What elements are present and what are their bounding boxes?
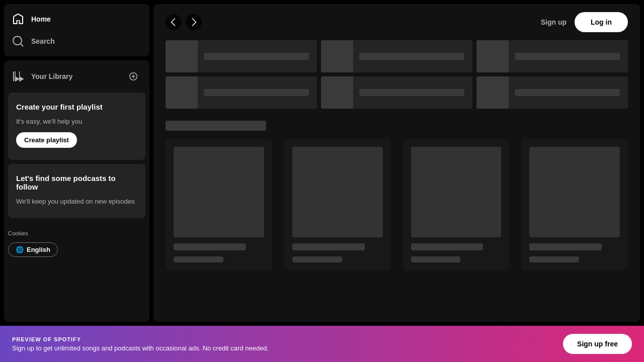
list-item[interactable] xyxy=(321,40,472,72)
create-playlist-button[interactable]: Create playlist xyxy=(16,132,77,148)
library-section: Your Library Create your first playlist … xyxy=(4,60,149,322)
language-button[interactable]: 🌐 English xyxy=(8,242,58,257)
globe-icon: 🌐 xyxy=(16,246,24,253)
quick-pick-thumbnail xyxy=(476,40,509,72)
sidebar: Home Search Y xyxy=(0,0,153,326)
back-button[interactable] xyxy=(166,14,182,30)
home-icon xyxy=(12,13,24,25)
library-title[interactable]: Your Library xyxy=(12,70,72,82)
card-image xyxy=(292,147,383,237)
card-item[interactable] xyxy=(166,139,272,270)
card-title-skeleton xyxy=(292,243,365,250)
card-sub-skeleton xyxy=(174,256,223,262)
banner-description: Sign up to get unlimited songs and podca… xyxy=(12,344,269,352)
promo-cards: Create your first playlist It's easy, we… xyxy=(4,93,149,222)
quick-pick-title-skeleton xyxy=(515,89,620,96)
banner-text: PREVIEW OF SPOTIFY Sign up to get unlimi… xyxy=(12,336,269,352)
quick-pick-title-skeleton xyxy=(515,53,620,60)
card-image xyxy=(529,147,620,237)
cards-grid xyxy=(166,139,628,270)
create-playlist-desc: It's easy, we'll help you xyxy=(16,117,137,126)
quick-pick-thumbnail xyxy=(321,76,353,109)
list-item[interactable] xyxy=(166,76,317,109)
list-item[interactable] xyxy=(321,76,472,109)
card-item[interactable] xyxy=(284,139,391,270)
find-podcasts-title: Let's find some podcasts to follow xyxy=(16,174,137,191)
library-label: Your Library xyxy=(31,72,72,80)
add-library-button[interactable] xyxy=(125,68,141,84)
search-icon xyxy=(12,35,24,47)
signup-button[interactable]: Sign up xyxy=(541,18,567,26)
section-heading-skeleton xyxy=(166,121,266,131)
create-playlist-title: Create your first playlist xyxy=(16,103,137,111)
create-playlist-card: Create your first playlist It's easy, we… xyxy=(8,93,145,160)
quick-pick-title-skeleton xyxy=(359,89,464,96)
card-image xyxy=(174,147,264,237)
list-item[interactable] xyxy=(476,40,628,72)
list-item[interactable] xyxy=(166,40,317,72)
card-title-skeleton xyxy=(529,243,602,250)
search-label: Search xyxy=(31,37,55,45)
quick-pick-thumbnail xyxy=(166,40,198,72)
top-bar: Sign up Log in xyxy=(153,4,640,40)
card-item[interactable] xyxy=(403,139,510,270)
card-image xyxy=(411,147,502,237)
forward-button[interactable] xyxy=(186,14,202,30)
card-title-skeleton xyxy=(411,243,484,250)
nav-controls xyxy=(166,12,212,32)
quick-pick-thumbnail xyxy=(476,76,509,109)
sidebar-nav: Home Search xyxy=(4,4,149,56)
quick-pick-title-skeleton xyxy=(359,53,464,60)
sidebar-item-search[interactable]: Search xyxy=(4,30,149,52)
card-title-skeleton xyxy=(174,243,246,250)
quick-pick-thumbnail xyxy=(166,76,198,109)
card-sub-skeleton xyxy=(411,256,461,262)
find-podcasts-desc: We'll keep you updated on new episodes xyxy=(16,197,137,206)
content-area[interactable] xyxy=(153,40,640,322)
banner-cta-button[interactable]: Sign up free xyxy=(563,334,632,354)
cookies-link[interactable]: Cookies xyxy=(8,230,145,236)
auth-buttons: Sign up Log in xyxy=(541,12,628,32)
card-sub-skeleton xyxy=(529,256,579,262)
card-item[interactable] xyxy=(521,139,628,270)
banner-preview-label: PREVIEW OF SPOTIFY xyxy=(12,336,269,342)
language-label: English xyxy=(27,246,50,253)
quick-pick-title-skeleton xyxy=(204,89,309,96)
main-content: Sign up Log in xyxy=(153,4,640,322)
library-icon xyxy=(12,70,24,82)
quick-pick-title-skeleton xyxy=(204,53,309,60)
login-button[interactable]: Log in xyxy=(575,12,628,32)
home-label: Home xyxy=(31,15,51,23)
card-sub-skeleton xyxy=(292,256,342,262)
sidebar-footer: Cookies 🌐 English xyxy=(4,222,149,261)
library-header: Your Library xyxy=(4,60,149,93)
sidebar-item-home[interactable]: Home xyxy=(4,8,149,30)
list-item[interactable] xyxy=(476,76,628,109)
bottom-banner: PREVIEW OF SPOTIFY Sign up to get unlimi… xyxy=(0,326,644,362)
quick-pick-thumbnail xyxy=(321,40,353,72)
find-podcasts-card: Let's find some podcasts to follow We'll… xyxy=(8,164,145,218)
quick-picks-grid xyxy=(166,40,628,109)
